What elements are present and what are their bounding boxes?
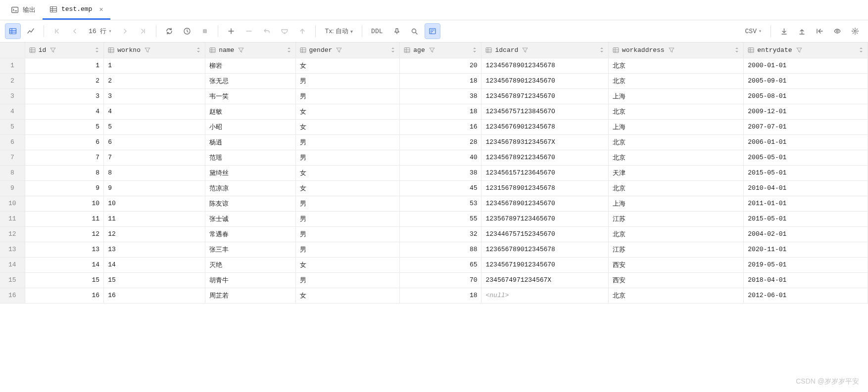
cell-workno[interactable]: 2: [104, 73, 205, 88]
cell-workaddress[interactable]: 上海: [608, 196, 743, 211]
row-number[interactable]: 12: [0, 226, 25, 242]
chart-view-button[interactable]: [23, 23, 39, 39]
cell-entrydate[interactable]: 2019-05-01: [744, 257, 868, 272]
prev-page-button[interactable]: [67, 23, 83, 39]
last-page-button[interactable]: [135, 23, 151, 39]
cell-gender[interactable]: 女: [295, 165, 400, 180]
row-number[interactable]: 13: [0, 242, 25, 257]
cell-age[interactable]: 16: [400, 119, 482, 134]
sort-icon[interactable]: [95, 47, 99, 53]
cell-entrydate[interactable]: 2010-04-01: [744, 180, 868, 196]
cell-workaddress[interactable]: 北京: [608, 180, 743, 196]
row-number[interactable]: 6: [0, 134, 25, 150]
cell-id[interactable]: 14: [25, 257, 104, 272]
search-button[interactable]: [407, 23, 423, 39]
cell-gender[interactable]: 女: [295, 257, 400, 272]
cell-entrydate[interactable]: 2007-07-01: [744, 119, 868, 134]
cell-name[interactable]: 张无忌: [205, 73, 295, 88]
cell-id[interactable]: 3: [25, 88, 104, 104]
cell-age[interactable]: 18: [400, 288, 482, 303]
cell-entrydate[interactable]: 2012-06-01: [744, 288, 868, 303]
cell-gender[interactable]: 男: [295, 150, 400, 165]
table-row[interactable]: 333韦一笑男38123456789712345670上海2005-08-01: [0, 88, 868, 104]
cell-entrydate[interactable]: 2020-11-01: [744, 242, 868, 257]
cell-id[interactable]: 10: [25, 196, 104, 211]
row-number[interactable]: 5: [0, 119, 25, 134]
table-row[interactable]: 666杨逍男2812345678931234567X北京2006-01-01: [0, 134, 868, 150]
first-page-button[interactable]: [49, 23, 65, 39]
cell-workaddress[interactable]: 上海: [608, 119, 743, 134]
cell-workaddress[interactable]: 西安: [608, 257, 743, 272]
grid-view-button[interactable]: [5, 23, 21, 39]
cell-name[interactable]: 常遇春: [205, 226, 295, 242]
row-number[interactable]: 8: [0, 165, 25, 180]
cell-name[interactable]: 陈友谅: [205, 196, 295, 211]
cell-gender[interactable]: 男: [295, 272, 400, 288]
cell-idcard[interactable]: 123446757152345670: [482, 226, 608, 242]
cell-gender[interactable]: 女: [295, 119, 400, 134]
sort-icon[interactable]: [196, 47, 201, 53]
column-header-workno[interactable]: workno: [104, 43, 205, 58]
table-row[interactable]: 222张无忌男18123456789012345670北京2005-09-01: [0, 73, 868, 88]
cell-id[interactable]: 11: [25, 211, 104, 226]
close-icon[interactable]: ×: [99, 5, 103, 13]
cell-name[interactable]: 张三丰: [205, 242, 295, 257]
pin-button[interactable]: [389, 23, 405, 39]
cell-idcard[interactable]: 123656789012345678: [482, 242, 608, 257]
tx-mode-dropdown[interactable]: Tx: 自动 ▾: [321, 23, 357, 39]
download-button[interactable]: [776, 23, 792, 39]
ddl-button[interactable]: DDL: [367, 23, 386, 39]
cell-workno[interactable]: 6: [104, 134, 205, 150]
cell-workno[interactable]: 5: [104, 119, 205, 134]
cell-workaddress[interactable]: 西安: [608, 272, 743, 288]
cell-id[interactable]: 15: [25, 272, 104, 288]
cell-age[interactable]: 32: [400, 226, 482, 242]
cell-gender[interactable]: 女: [295, 180, 400, 196]
refresh-button[interactable]: [161, 23, 177, 39]
cell-name[interactable]: 赵敏: [205, 104, 295, 119]
cell-idcard[interactable]: 123456789012345670: [482, 196, 608, 211]
cell-idcard[interactable]: 123456789012345678: [482, 58, 608, 73]
cell-idcard[interactable]: 12345678931234567X: [482, 134, 608, 150]
cell-id[interactable]: 9: [25, 180, 104, 196]
cell-workno[interactable]: 4: [104, 104, 205, 119]
cell-name[interactable]: 范凉凉: [205, 180, 295, 196]
cell-idcard[interactable]: 12345675712384567O: [482, 104, 608, 119]
cell-age[interactable]: 70: [400, 272, 482, 288]
cell-age[interactable]: 65: [400, 257, 482, 272]
cell-workno[interactable]: 1: [104, 58, 205, 73]
row-number[interactable]: 1: [0, 58, 25, 73]
cell-name[interactable]: 柳岩: [205, 58, 295, 73]
row-number[interactable]: 3: [0, 88, 25, 104]
cell-age[interactable]: 88: [400, 242, 482, 257]
cell-name[interactable]: 杨逍: [205, 134, 295, 150]
table-row[interactable]: 141414灭绝女65123456719012345670西安2019-05-0…: [0, 257, 868, 272]
filter-records-button[interactable]: [425, 23, 440, 39]
cell-age[interactable]: 38: [400, 165, 482, 180]
sort-icon[interactable]: [472, 47, 477, 53]
cell-name[interactable]: 张士诚: [205, 211, 295, 226]
cell-entrydate[interactable]: 2005-05-01: [744, 150, 868, 165]
revert-button[interactable]: [259, 23, 275, 39]
cell-workno[interactable]: 7: [104, 150, 205, 165]
row-number[interactable]: 9: [0, 180, 25, 196]
cell-entrydate[interactable]: 2000-01-01: [744, 58, 868, 73]
cell-entrydate[interactable]: 2004-02-01: [744, 226, 868, 242]
cell-id[interactable]: 16: [25, 288, 104, 303]
stop-button[interactable]: [197, 23, 213, 39]
cell-workaddress[interactable]: 北京: [608, 104, 743, 119]
table-row[interactable]: 151515胡青牛男702345674971234567X西安2018-04-0…: [0, 272, 868, 288]
cell-idcard[interactable]: 123456157123645670: [482, 165, 608, 180]
table-row[interactable]: 999范凉凉女45123156789012345678北京2010-04-01: [0, 180, 868, 196]
table-row[interactable]: 777范瑶男40123456789212345670北京2005-05-01: [0, 150, 868, 165]
cell-age[interactable]: 28: [400, 134, 482, 150]
cell-age[interactable]: 38: [400, 88, 482, 104]
row-number[interactable]: 7: [0, 150, 25, 165]
cell-workno[interactable]: 14: [104, 257, 205, 272]
row-number[interactable]: 14: [0, 257, 25, 272]
cell-age[interactable]: 18: [400, 104, 482, 119]
filter-icon[interactable]: [522, 47, 528, 53]
cell-idcard[interactable]: 123567897123465670: [482, 211, 608, 226]
cell-idcard[interactable]: 123456789212345670: [482, 150, 608, 165]
cell-workaddress[interactable]: 江苏: [608, 242, 743, 257]
